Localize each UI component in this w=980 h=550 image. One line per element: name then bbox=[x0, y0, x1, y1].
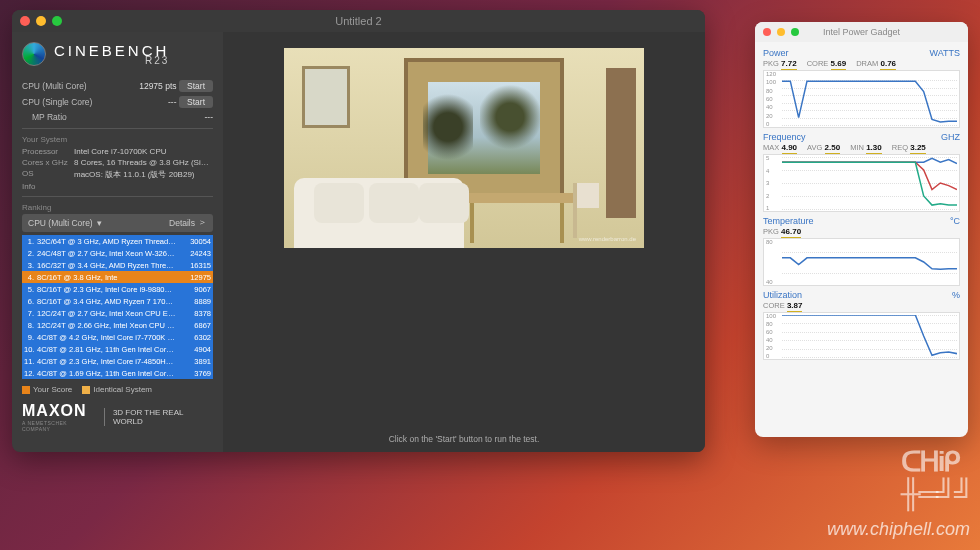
ranking-row[interactable]: 11.4C/8T @ 2.3 GHz, Intel Core i7-4850HQ… bbox=[22, 355, 213, 367]
power-label: Power bbox=[763, 48, 789, 58]
maximize-icon[interactable] bbox=[52, 16, 62, 26]
pg-titlebar[interactable]: Intel Power Gadget bbox=[755, 22, 968, 42]
render-watermark: www.renderbarron.de bbox=[579, 236, 636, 242]
ranking-section-title: Ranking bbox=[22, 203, 213, 212]
render-viewport: www.renderbarron.de Click on the 'Start'… bbox=[223, 32, 705, 452]
legend-identical: Identical System bbox=[93, 385, 152, 394]
power-unit: WATTS bbox=[930, 48, 961, 58]
maxon-logo: MAXON bbox=[22, 402, 96, 420]
power-chart: 120100806040200 bbox=[763, 70, 960, 128]
freq-max: 4.90 bbox=[782, 143, 798, 154]
multi-core-label: CPU (Multi Core) bbox=[22, 81, 87, 91]
ranking-row[interactable]: 1.32C/64T @ 3 GHz, AMD Ryzen Threadrippe… bbox=[22, 235, 213, 247]
window-title: Untitled 2 bbox=[12, 15, 705, 27]
freq-unit: GHZ bbox=[941, 132, 960, 142]
util-label: Utilization bbox=[763, 290, 802, 300]
temp-pkg: 46.70 bbox=[781, 227, 801, 238]
ranking-row[interactable]: 8.12C/24T @ 2.66 GHz, Intel Xeon CPU X56… bbox=[22, 319, 213, 331]
close-icon[interactable] bbox=[763, 28, 771, 36]
freq-req: 3.25 bbox=[910, 143, 926, 154]
watermark: www.chiphell.com bbox=[827, 519, 970, 540]
chiphell-logo: ᑕᕼiᑭ╫═╝╝ bbox=[901, 445, 972, 510]
ranking-row[interactable]: 4.8C/16T @ 3.8 GHz, Inte12975 bbox=[22, 271, 213, 283]
ranking-row[interactable]: 7.12C/24T @ 2.7 GHz, Intel Xeon CPU E5-2… bbox=[22, 307, 213, 319]
util-core: 3.87 bbox=[787, 301, 803, 312]
ranking-row[interactable]: 10.4C/8T @ 2.81 GHz, 11th Gen Intel Core… bbox=[22, 343, 213, 355]
cinebench-sidebar: CINEBENCH R23 CPU (Multi Core) 12975 pts… bbox=[12, 32, 223, 452]
cinebench-window: Untitled 2 CINEBENCH R23 CPU (Multi Core… bbox=[12, 10, 705, 452]
system-row: Cores x GHz8 Cores, 16 Threads @ 3.8 GHz… bbox=[22, 157, 213, 168]
ranking-row[interactable]: 9.4C/8T @ 4.2 GHz, Intel Core i7-7700K C… bbox=[22, 331, 213, 343]
chevron-right-icon: ＞ bbox=[198, 217, 207, 229]
minimize-icon[interactable] bbox=[36, 16, 46, 26]
cinebench-titlebar[interactable]: Untitled 2 bbox=[12, 10, 705, 32]
freq-chart: 54321 bbox=[763, 154, 960, 212]
ranking-row[interactable]: 5.8C/16T @ 2.3 GHz, Intel Core i9-9880H … bbox=[22, 283, 213, 295]
ranking-row[interactable]: 2.24C/48T @ 2.7 GHz, Intel Xeon W-3265M … bbox=[22, 247, 213, 259]
single-core-score: --- bbox=[168, 97, 177, 107]
system-row: Info bbox=[22, 181, 213, 192]
single-core-label: CPU (Single Core) bbox=[22, 97, 92, 107]
freq-avg: 2.50 bbox=[825, 143, 841, 154]
temp-label: Temperature bbox=[763, 216, 814, 226]
maxon-subtitle: A NEMETSCHEK COMPANY bbox=[22, 420, 96, 432]
system-row: ProcessorIntel Core i7-10700K CPU bbox=[22, 146, 213, 157]
system-row: OSmacOS: 版本 11.0.1 (版号 20B29) bbox=[22, 168, 213, 181]
legend-your-score: Your Score bbox=[33, 385, 72, 394]
power-gadget-window: Intel Power Gadget PowerWATTS PKG 7.72 C… bbox=[755, 22, 968, 437]
mp-ratio-label: MP Ratio bbox=[22, 112, 67, 122]
start-single-button[interactable]: Start bbox=[179, 96, 213, 108]
render-preview: www.renderbarron.de bbox=[284, 48, 644, 248]
mp-ratio-score: --- bbox=[205, 112, 214, 122]
util-unit: % bbox=[952, 290, 960, 300]
maximize-icon[interactable] bbox=[791, 28, 799, 36]
freq-label: Frequency bbox=[763, 132, 806, 142]
power-pkg: 7.72 bbox=[781, 59, 797, 70]
close-icon[interactable] bbox=[20, 16, 30, 26]
details-label: Details bbox=[169, 218, 195, 228]
ranking-mode-dropdown[interactable]: CPU (Multi Core) ▾ Details ＞ bbox=[22, 214, 213, 232]
cinema4d-icon bbox=[22, 42, 46, 66]
temp-unit: °C bbox=[950, 216, 960, 226]
ranking-row[interactable]: 3.16C/32T @ 3.4 GHz, AMD Ryzen Threadrip… bbox=[22, 259, 213, 271]
freq-min: 1.30 bbox=[866, 143, 882, 154]
ranking-row[interactable]: 6.8C/16T @ 3.4 GHz, AMD Ryzen 7 1700X Ei… bbox=[22, 295, 213, 307]
system-section-title: Your System bbox=[22, 135, 213, 144]
start-multi-button[interactable]: Start bbox=[179, 80, 213, 92]
minimize-icon[interactable] bbox=[777, 28, 785, 36]
start-hint: Click on the 'Start' button to run the t… bbox=[389, 434, 540, 444]
multi-core-score: 12975 pts bbox=[139, 81, 176, 91]
chevron-down-icon: ▾ bbox=[97, 218, 102, 228]
ranking-row[interactable]: 12.4C/8T @ 1.69 GHz, 11th Gen Intel Core… bbox=[22, 367, 213, 379]
power-dram: 0.76 bbox=[880, 59, 896, 70]
power-core: 5.69 bbox=[831, 59, 847, 70]
temp-chart: 8040 bbox=[763, 238, 960, 286]
util-chart: 100806040200 bbox=[763, 312, 960, 360]
maxon-tagline: 3D FOR THE REAL WORLD bbox=[104, 408, 213, 426]
